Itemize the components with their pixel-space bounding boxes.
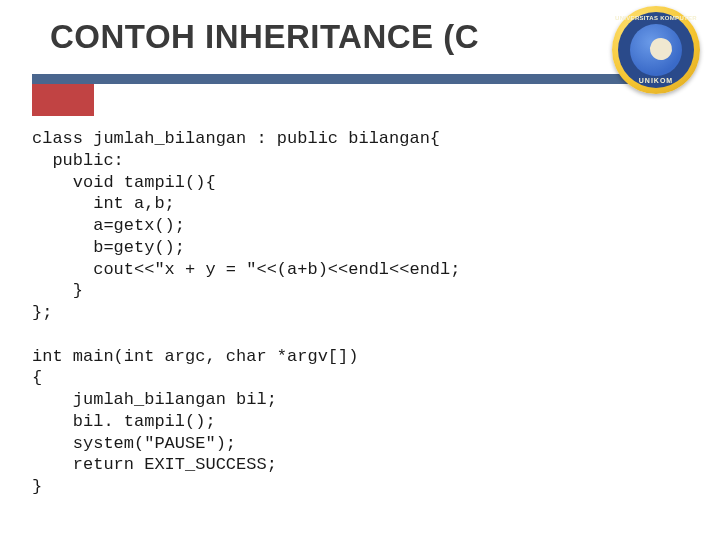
university-logo: UNIVERSITAS KOMPUTER UNIKOM xyxy=(612,6,700,94)
title-underline-bar xyxy=(32,74,680,84)
code-content: class jumlah_bilangan : public bilangan{… xyxy=(32,128,460,498)
accent-square xyxy=(32,84,94,116)
slide-title: CONTOH INHERITANCE (C xyxy=(50,18,479,56)
logo-top-text: UNIVERSITAS KOMPUTER xyxy=(612,15,700,21)
logo-globe xyxy=(630,24,682,76)
satellite-dish-icon xyxy=(648,36,675,63)
logo-bottom-text: UNIKOM xyxy=(612,77,700,84)
